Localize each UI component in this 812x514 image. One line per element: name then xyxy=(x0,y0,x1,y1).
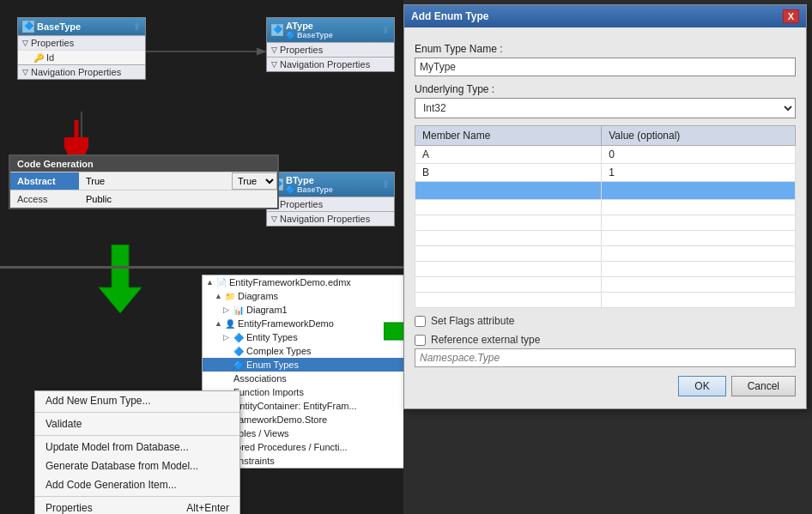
code-gen-header: Code Generation xyxy=(10,156,277,172)
set-flags-label: Set Flags attribute xyxy=(431,315,514,327)
basetype-nav-label: Navigation Properties xyxy=(31,67,121,77)
btype-title: BType xyxy=(286,175,333,185)
code-gen-access-key: Access xyxy=(10,190,79,208)
menu-sep-2 xyxy=(35,435,239,436)
set-flags-checkbox[interactable] xyxy=(415,316,426,327)
basetype-title: BaseType xyxy=(37,21,81,32)
enum-type-name-input[interactable] xyxy=(415,57,796,76)
atype-props-section: ▽ Properties xyxy=(267,42,394,57)
btype-nav-label: Navigation Properties xyxy=(280,214,370,224)
table-row-spacer6 xyxy=(415,277,796,293)
underlying-type-label: Underlying Type : xyxy=(415,83,796,95)
atype-nav-section: ▽ Navigation Properties xyxy=(267,57,394,71)
table-row-spacer5 xyxy=(415,262,796,277)
table-row-spacer7 xyxy=(415,293,796,308)
dialog-title: Add Enum Type xyxy=(411,10,488,22)
table-row-a[interactable]: A 0 xyxy=(415,146,796,164)
dialog-close-button[interactable]: X xyxy=(783,9,799,23)
menu-validate[interactable]: Validate xyxy=(35,414,239,433)
code-gen-access-val: Public xyxy=(79,190,277,208)
menu-properties-shortcut: Alt+Enter xyxy=(186,502,229,514)
basetype-collapse[interactable]: ⬆ xyxy=(132,21,141,33)
atype-entity: 🔷 AType 🔷 BaseType ⬆ ▽ Properties ▽ Navi… xyxy=(266,17,395,72)
namespace-input[interactable] xyxy=(415,348,796,367)
row-empty-value xyxy=(602,182,796,200)
tree-item-entityframeworkdemo[interactable]: ▲ 👤 EntityFrameworkDemo xyxy=(203,317,403,330)
table-row-spacer3 xyxy=(415,231,796,246)
tree-item-enum-types[interactable]: 🔷 Enum Types xyxy=(203,358,403,372)
btype-collapse[interactable]: ⬆ xyxy=(381,178,390,190)
menu-add-enum[interactable]: Add New Enum Type... xyxy=(35,391,239,410)
tree-enum-types-label: Enum Types xyxy=(246,360,299,370)
basetype-props-section: ▽ Properties xyxy=(18,35,145,50)
atype-props-label: Properties xyxy=(280,45,323,55)
designer-canvas: 🔷 BaseType ⬆ ▽ Properties 🔑 Id ▽ Navigat… xyxy=(0,0,403,514)
menu-update-model[interactable]: Update Model from Database... xyxy=(35,438,239,457)
tree-item-edmx[interactable]: ▲ 📄 EntityFrameworkDemo.edmx xyxy=(203,275,403,289)
table-row-empty[interactable] xyxy=(415,182,796,200)
btype-nav-section: ▽ Navigation Properties xyxy=(267,211,394,226)
btype-props-section: ▽ Properties xyxy=(267,197,394,211)
code-gen-access-row: Access Public xyxy=(10,190,277,208)
tree-complex-types-label: Complex Types xyxy=(246,346,312,356)
basetype-id-label: Id xyxy=(46,52,54,63)
code-gen-abstract-dropdown[interactable]: True False xyxy=(232,172,277,190)
menu-properties[interactable]: Properties Alt+Enter xyxy=(35,499,239,514)
context-menu: Add New Enum Type... Validate Update Mod… xyxy=(34,390,240,514)
green-arrow-down xyxy=(94,245,146,316)
atype-subtitle: 🔷 BaseType xyxy=(286,31,333,39)
row-a-value: 0 xyxy=(602,146,796,164)
atype-collapse[interactable]: ⬆ xyxy=(381,24,390,36)
atype-header: 🔷 AType 🔷 BaseType ⬆ xyxy=(267,18,394,42)
table-row-b[interactable]: B 1 xyxy=(415,164,796,182)
basetype-entity: 🔷 BaseType ⬆ ▽ Properties 🔑 Id ▽ Navigat… xyxy=(17,17,146,80)
btype-props-label: Properties xyxy=(280,199,323,209)
dialog-titlebar: Add Enum Type X xyxy=(404,5,806,27)
tree-item-diagrams[interactable]: ▲ 📁 Diagrams xyxy=(203,289,403,303)
atype-icon: 🔷 xyxy=(271,24,283,36)
code-gen-panel: Code Generation Abstract True True False… xyxy=(9,154,279,209)
ok-button[interactable]: OK xyxy=(678,376,725,396)
atype-nav-label: Navigation Properties xyxy=(280,59,370,70)
ref-external-label: Reference external type xyxy=(431,334,540,346)
code-gen-title: Code Generation xyxy=(17,159,94,169)
tree-item-complex-types[interactable]: 🔷 Complex Types xyxy=(203,344,403,358)
dialog-body: Enum Type Name : Underlying Type : Int32… xyxy=(404,27,806,408)
members-table: Member Name Value (optional) A 0 B 1 xyxy=(415,125,796,308)
svg-marker-3 xyxy=(384,316,403,347)
menu-add-code-gen[interactable]: Add Code Generation Item... xyxy=(35,475,239,494)
row-a-member: A xyxy=(415,146,602,164)
code-gen-abstract-val: True xyxy=(79,172,232,190)
col-member-name: Member Name xyxy=(415,126,602,146)
tree-item-diagram1[interactable]: ▷ 📊 Diagram1 xyxy=(203,303,403,317)
table-row-spacer2 xyxy=(415,215,796,231)
h-divider xyxy=(0,266,403,269)
green-arrow-down-svg xyxy=(94,245,146,313)
dialog-buttons: OK Cancel xyxy=(415,376,796,400)
basetype-props-label: Properties xyxy=(31,38,74,48)
underlying-type-select[interactable]: Int32 Int16 Int64 Byte SByte xyxy=(415,98,796,118)
btype-subtitle: 🔷 BaseType xyxy=(286,185,333,194)
code-gen-abstract-row: Abstract True True False xyxy=(10,172,277,190)
menu-generate-db[interactable]: Generate Database from Model... xyxy=(35,457,239,475)
green-arrow-right-svg xyxy=(384,316,403,347)
basetype-nav-section: ▽ Navigation Properties xyxy=(18,64,145,79)
tree-entity-types-label: Entity Types xyxy=(246,332,298,342)
green-arrow-right xyxy=(384,316,403,349)
cancel-button[interactable]: Cancel xyxy=(731,376,796,396)
btype-header: 🔷 BType 🔷 BaseType ⬆ xyxy=(267,172,394,197)
menu-properties-label: Properties xyxy=(45,502,93,514)
menu-sep-3 xyxy=(35,496,239,497)
ref-external-row: Reference external type xyxy=(415,334,796,346)
add-enum-dialog: Add Enum Type X Enum Type Name : Underly… xyxy=(403,4,807,409)
tree-item-entity-types[interactable]: ▷ 🔷 Entity Types xyxy=(203,330,403,344)
basetype-icon: 🔷 xyxy=(22,21,34,33)
atype-title: AType xyxy=(286,21,333,31)
ref-external-checkbox[interactable] xyxy=(415,335,426,346)
basetype-header: 🔷 BaseType ⬆ xyxy=(18,18,145,35)
code-gen-abstract-key: Abstract xyxy=(10,172,79,190)
basetype-id-prop: 🔑 Id xyxy=(18,50,145,64)
tree-item-associations[interactable]: Associations xyxy=(203,372,403,385)
set-flags-row: Set Flags attribute xyxy=(415,315,796,327)
col-value-optional: Value (optional) xyxy=(602,126,796,146)
